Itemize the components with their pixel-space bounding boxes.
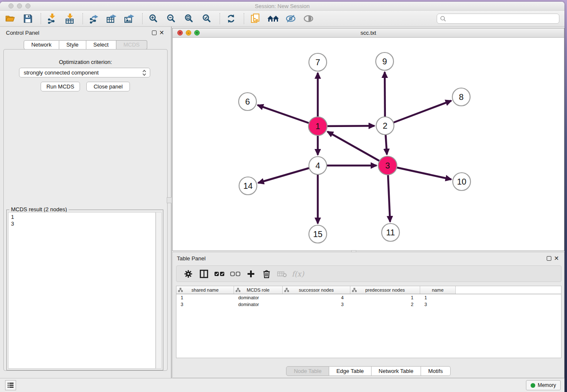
save-session-icon[interactable] <box>22 13 34 25</box>
control-panel-title: Control Panel <box>6 30 39 36</box>
dropdown-stepper-icon <box>142 69 146 76</box>
open-session-icon[interactable] <box>4 13 16 25</box>
column-header-label: name <box>432 287 444 293</box>
network-canvas[interactable]: 7968124314101511 <box>173 38 564 251</box>
float-panel-icon[interactable] <box>547 256 551 261</box>
float-panel-icon[interactable] <box>152 30 157 35</box>
mcds-result-legend: MCDS result (2 nodes) <box>9 206 69 213</box>
cell-predecessor-nodes[interactable]: 2 <box>350 301 420 308</box>
cell-shared-name[interactable]: 3 <box>176 301 234 308</box>
status-bar: Memory <box>0 378 564 392</box>
graph-node-9[interactable]: 9 <box>376 52 394 70</box>
tab-edge-table[interactable]: Edge Table <box>329 366 372 376</box>
delete-table-icon[interactable] <box>276 268 288 280</box>
column-header-shared-name[interactable]: shared name <box>176 286 234 294</box>
cell-predecessor-nodes[interactable]: 1 <box>350 294 420 301</box>
cell-MCDS-role[interactable]: dominator <box>234 301 283 308</box>
cell-successor-nodes[interactable]: 3 <box>283 301 350 308</box>
import-network-icon[interactable] <box>46 13 58 25</box>
graph-node-3[interactable]: 3 <box>378 156 397 175</box>
table-header-row: shared nameMCDS rolesuccessor nodesprede… <box>176 286 561 294</box>
tab-select[interactable]: Select <box>86 40 116 50</box>
tab-style[interactable]: Style <box>59 40 86 50</box>
show-hide-details-icon[interactable] <box>303 13 314 25</box>
delete-row-icon[interactable] <box>261 268 272 280</box>
column-header-predecessor-nodes[interactable]: predecessor nodes <box>350 286 420 294</box>
tab-mcds[interactable]: MCDS <box>116 40 147 50</box>
table-tabs: Node TableEdge TableNetwork TableMotifs <box>173 366 564 376</box>
column-header-successor-nodes[interactable]: successor nodes <box>283 286 350 294</box>
optimization-dropdown[interactable]: strongly connected component <box>19 68 150 77</box>
cell-shared-name[interactable]: 1 <box>176 294 234 301</box>
table-settings-icon[interactable] <box>182 268 194 280</box>
apply-function-icon[interactable]: f(x) <box>292 268 304 280</box>
memory-label: Memory <box>538 382 556 388</box>
tab-node-table[interactable]: Node Table <box>286 366 329 376</box>
toolbar-separator <box>220 13 220 24</box>
header-filler <box>456 286 561 294</box>
close-panel-button[interactable]: Close panel <box>86 82 130 91</box>
graph-node-8[interactable]: 8 <box>452 88 470 106</box>
svg-text:15: 15 <box>313 229 322 239</box>
control-panel-tabs: NetworkStyleSelectMCDS <box>0 40 171 50</box>
divider-grip[interactable] <box>167 197 172 203</box>
cell-MCDS-role[interactable]: dominator <box>234 294 283 301</box>
graph-node-15[interactable]: 15 <box>309 225 327 243</box>
edge-3-10[interactable] <box>388 166 451 179</box>
show-columns-icon[interactable] <box>198 268 210 280</box>
cell-name[interactable]: 1 <box>420 294 456 301</box>
refresh-icon[interactable] <box>225 13 237 25</box>
control-panel-header: Control Panel ✕ <box>0 29 171 37</box>
close-panel-icon[interactable]: ✕ <box>159 29 164 36</box>
svg-text:9: 9 <box>382 57 387 66</box>
graphics-details-icon[interactable] <box>285 13 297 25</box>
add-row-icon[interactable] <box>245 268 257 280</box>
column-header-MCDS-role[interactable]: MCDS role <box>234 286 283 294</box>
memory-status-icon <box>531 383 535 388</box>
manage-networks-icon[interactable] <box>249 13 261 25</box>
mcds-result-text[interactable]: 1 3 <box>8 212 156 369</box>
optimization-label: Optimization criterion: <box>4 59 167 65</box>
zoom-selected-icon[interactable] <box>201 13 213 25</box>
close-panel-icon[interactable]: ✕ <box>554 255 559 262</box>
task-history-button[interactable] <box>5 380 16 390</box>
edge-2-8[interactable] <box>385 101 451 126</box>
graph-node-6[interactable]: 6 <box>239 93 256 110</box>
home-icon[interactable] <box>267 13 279 25</box>
tab-network[interactable]: Network <box>24 40 59 50</box>
edge-3-1[interactable] <box>328 132 388 166</box>
search-input[interactable] <box>446 16 559 22</box>
export-image-icon[interactable] <box>124 13 135 25</box>
memory-button[interactable]: Memory <box>526 380 561 390</box>
graph-node-11[interactable]: 11 <box>382 224 399 241</box>
graph-node-4[interactable]: 4 <box>309 157 327 174</box>
zoom-fit-icon[interactable] <box>183 13 195 25</box>
tab-network-table[interactable]: Network Table <box>372 366 421 376</box>
task-history-icon <box>7 382 14 388</box>
run-mcds-button[interactable]: Run MCDS <box>41 82 80 91</box>
column-header-name[interactable]: name <box>420 286 456 294</box>
result-scrollbar[interactable] <box>156 212 162 369</box>
tab-motifs[interactable]: Motifs <box>421 366 451 376</box>
graph-node-14[interactable]: 14 <box>239 177 257 195</box>
graph-node-1[interactable]: 1 <box>308 117 327 135</box>
toolbar-separator <box>244 13 244 24</box>
table-row[interactable]: 3dominator323 <box>176 301 561 308</box>
graph-node-10[interactable]: 10 <box>453 173 471 190</box>
network-view-frame: ✕ − + scc.txt 7968124314101511 <box>172 28 564 251</box>
cell-successor-nodes[interactable]: 4 <box>283 294 350 301</box>
import-table-icon[interactable] <box>64 13 76 25</box>
table-row[interactable]: 1dominator411 <box>176 294 561 301</box>
zoom-out-icon[interactable] <box>165 13 177 25</box>
graph-node-7[interactable]: 7 <box>309 53 327 71</box>
select-all-icon[interactable] <box>214 268 226 280</box>
zoom-in-icon[interactable] <box>148 13 160 25</box>
toolbar-separator <box>142 13 143 24</box>
svg-text:2: 2 <box>383 121 387 130</box>
graph-node-2[interactable]: 2 <box>376 117 394 135</box>
network-frame-titlebar: ✕ − + scc.txt <box>173 28 564 38</box>
export-network-icon[interactable] <box>88 13 100 25</box>
export-table-icon[interactable] <box>106 13 118 25</box>
deselect-all-icon[interactable] <box>229 268 241 280</box>
cell-name[interactable]: 3 <box>420 301 456 308</box>
